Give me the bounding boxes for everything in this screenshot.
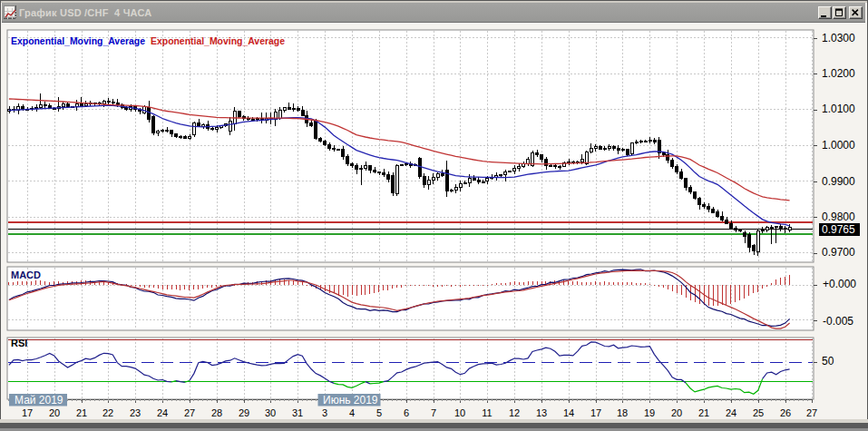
svg-text:30: 30 [265, 407, 276, 418]
svg-text:27: 27 [806, 407, 817, 418]
svg-text:18: 18 [617, 407, 628, 418]
svg-text:7: 7 [431, 407, 436, 418]
svg-text:0.9800: 0.9800 [822, 211, 855, 223]
svg-text:1.0300: 1.0300 [822, 32, 855, 44]
svg-text:29: 29 [239, 407, 249, 418]
svg-text:21: 21 [698, 407, 709, 418]
svg-text:0.9700: 0.9700 [822, 246, 855, 259]
svg-text:11: 11 [482, 407, 492, 418]
svg-text:21: 21 [76, 407, 87, 418]
svg-text:25: 25 [753, 407, 764, 418]
svg-text:14: 14 [563, 407, 574, 418]
svg-text:17: 17 [590, 407, 601, 418]
svg-text:1.0100: 1.0100 [822, 103, 855, 115]
svg-text:19: 19 [644, 407, 655, 418]
svg-text:50: 50 [822, 355, 834, 367]
svg-text:5: 5 [376, 407, 382, 418]
svg-text:31: 31 [292, 407, 303, 418]
svg-text:22: 22 [102, 407, 113, 418]
svg-text:24: 24 [726, 407, 736, 418]
svg-text:26: 26 [780, 407, 791, 418]
svg-text:23: 23 [130, 407, 141, 418]
svg-text:Июнь 2019: Июнь 2019 [323, 394, 378, 407]
svg-text:4: 4 [349, 407, 355, 418]
svg-text:13: 13 [536, 407, 547, 418]
svg-text:1.0000: 1.0000 [822, 139, 855, 152]
svg-text:6: 6 [404, 407, 409, 418]
svg-text:MACD: MACD [11, 269, 41, 280]
svg-text:10: 10 [454, 407, 465, 418]
svg-text:Exponential_Moving_Average: Exponential_Moving_Average [151, 35, 285, 46]
svg-text:Май 2019: Май 2019 [15, 394, 63, 407]
svg-text:+0.000: +0.000 [823, 278, 856, 290]
svg-text:27: 27 [184, 407, 195, 418]
svg-text:-0.005: -0.005 [823, 315, 853, 328]
svg-text:17: 17 [22, 407, 33, 418]
svg-text:1.0200: 1.0200 [822, 67, 855, 80]
svg-text:RSI: RSI [11, 338, 27, 348]
svg-text:12: 12 [509, 407, 520, 418]
svg-text:20: 20 [49, 407, 60, 418]
svg-text:28: 28 [211, 407, 222, 418]
svg-text:0.9900: 0.9900 [822, 175, 855, 188]
svg-text:20: 20 [671, 407, 682, 418]
svg-text:24: 24 [157, 407, 168, 418]
svg-text:3: 3 [322, 407, 327, 418]
svg-text:0.9765: 0.9765 [822, 223, 855, 236]
svg-text:Exponential_Moving_Average: Exponential_Moving_Average [11, 35, 145, 46]
